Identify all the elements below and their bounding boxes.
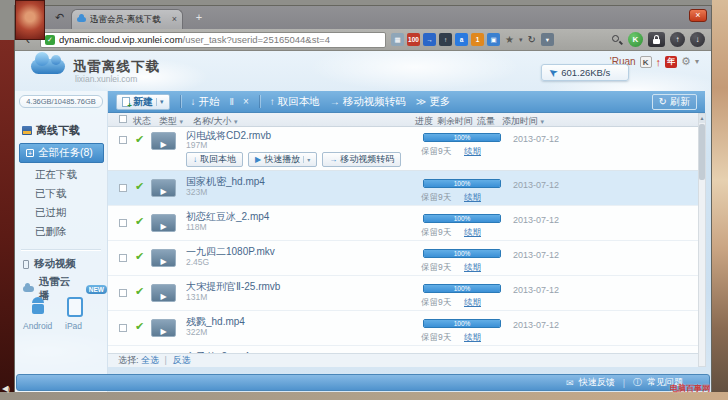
- reload-icon[interactable]: ↻: [527, 34, 535, 45]
- task-row[interactable]: ✔ ▶ 初恋红豆冰_2.mp4 118M 100% 保留9天 续期 2013-0…: [108, 206, 705, 241]
- video-thumbnail[interactable]: ▶: [151, 284, 176, 302]
- row-checkbox[interactable]: [119, 289, 127, 297]
- task-size: 323M: [186, 187, 207, 197]
- address-bar: ‹ ✓ dynamic.cloud.vip.xunlei.com/user_ta…: [15, 29, 711, 51]
- volume-icon[interactable]: ◀): [2, 384, 9, 393]
- progress-bar: 100%: [423, 284, 501, 293]
- search-icon[interactable]: [611, 34, 623, 46]
- select-all-link[interactable]: 全选: [141, 355, 159, 365]
- settings-gear-icon[interactable]: ⚙: [681, 55, 691, 68]
- video-thumbnail[interactable]: ▶: [151, 132, 176, 150]
- renew-link[interactable]: 续期: [464, 297, 481, 309]
- download-speed-badge: ➤ 601.26KB/s: [541, 64, 629, 81]
- sidebar-item-label: 已下载: [35, 187, 67, 201]
- sort-caret-icon: ▾: [541, 118, 545, 125]
- star-caret-icon[interactable]: ▾: [519, 36, 523, 44]
- bookmark-star-icon[interactable]: ★: [505, 33, 514, 46]
- renew-link[interactable]: 续期: [464, 262, 481, 274]
- more-button[interactable]: ≫ 更多: [416, 95, 450, 109]
- vip-level-icon[interactable]: K: [640, 56, 652, 68]
- task-row[interactable]: ✔ ▶ 闪电战将CD2.rmvb 197M 100% 保留9天 续期 2013-…: [108, 127, 705, 171]
- speed-100-extension-icon[interactable]: 100: [407, 33, 420, 46]
- start-button[interactable]: ↓ 开始: [191, 95, 220, 109]
- complete-check-icon: ✔: [135, 215, 144, 228]
- scroll-down-button[interactable]: ↓: [690, 32, 705, 47]
- row-checkbox[interactable]: [119, 184, 127, 192]
- new-tab-button[interactable]: +: [191, 11, 207, 24]
- translate-extension-icon[interactable]: a: [455, 33, 468, 46]
- list-scrollbar[interactable]: ▲: [698, 113, 706, 367]
- progress-percent: 100%: [424, 215, 500, 222]
- task-row[interactable]: ✔ ▶ 一九四二1080P.mkv 2.45G 100% 保留9天 续期 201…: [108, 241, 705, 276]
- renew-link[interactable]: 续期: [464, 227, 481, 239]
- task-row[interactable]: ✔ ▶ 残戮_hd.mp4 322M 100% 保留9天 续期 2013-07-…: [108, 311, 705, 346]
- renew-link[interactable]: 续期: [464, 192, 481, 204]
- upload-extension-icon[interactable]: ↑: [439, 33, 452, 46]
- video-thumbnail[interactable]: ▶: [151, 214, 176, 232]
- retention-label: 保留9天: [421, 297, 451, 309]
- progress-percent: 100%: [424, 180, 500, 187]
- url-text: dynamic.cloud.vip.xunlei.com/user_task?u…: [59, 34, 330, 45]
- video-thumbnail[interactable]: ▶: [151, 249, 176, 267]
- sidebar-item[interactable]: 已过期: [19, 204, 104, 222]
- select-all-checkbox[interactable]: [119, 115, 127, 123]
- k-extension-button[interactable]: K: [628, 32, 643, 47]
- alarm-extension-icon[interactable]: 1: [471, 33, 484, 46]
- sidebar-item-mobile-video[interactable]: 移动视频: [23, 257, 76, 271]
- annual-fee-icon[interactable]: 年: [665, 56, 677, 68]
- retrieve-local-button[interactable]: ↑ 取回本地: [270, 95, 320, 109]
- retrieve-local-row-button[interactable]: ↓ 取回本地: [186, 152, 243, 167]
- progress-percent: 100%: [424, 320, 500, 327]
- renew-link[interactable]: 续期: [464, 146, 481, 158]
- feedback-link[interactable]: 快速反馈: [579, 376, 615, 389]
- browser-tab[interactable]: 迅雷会员-离线下载 ×: [71, 9, 183, 29]
- url-field[interactable]: ✓ dynamic.cloud.vip.xunlei.com/user_task…: [40, 32, 386, 48]
- scroll-up-button[interactable]: ↑: [670, 32, 685, 47]
- renew-link[interactable]: 续期: [464, 332, 481, 344]
- screenshot-extension-icon[interactable]: ▦: [391, 33, 404, 46]
- row-checkbox[interactable]: [119, 254, 127, 262]
- invert-selection-link[interactable]: 反选: [172, 355, 190, 365]
- row-checkbox[interactable]: [119, 136, 127, 144]
- sidebar-item-label: 已删除: [35, 225, 67, 239]
- play-caret-icon[interactable]: ▾: [303, 156, 310, 163]
- quick-play-button[interactable]: ▶ 快速播放 ▾: [248, 152, 317, 167]
- lock-icon[interactable]: [648, 32, 665, 47]
- new-task-button[interactable]: 新建 ▾: [116, 94, 170, 110]
- scrollbar-thumb[interactable]: [699, 124, 705, 180]
- sidebar-item[interactable]: 全部任务(8): [19, 143, 104, 163]
- task-row[interactable]: ✔ ▶ 大宋提刑官Ⅱ-25.rmvb 131M 100% 保留9天 续期 201…: [108, 276, 705, 311]
- scrollbar-up-arrow[interactable]: ▲: [699, 114, 705, 123]
- video-thumbnail[interactable]: ▶: [151, 319, 176, 337]
- task-row[interactable]: ✔ ▶ 国家机密_hd.mp4 323M 100% 保留9天 续期 2013-0…: [108, 171, 705, 206]
- windows-extension-icon[interactable]: ▣: [487, 33, 500, 46]
- row-checkbox[interactable]: [119, 324, 127, 332]
- new-task-caret-icon[interactable]: ▾: [156, 98, 164, 106]
- delete-button[interactable]: ×: [243, 96, 249, 107]
- sidebar-item[interactable]: 正在下载: [19, 166, 104, 184]
- page-status-bar: ✉ 快速反馈 | ⓘ 常见问题: [16, 374, 710, 391]
- window-close-button[interactable]: ×: [689, 9, 707, 22]
- retention-label: 保留9天: [421, 146, 451, 158]
- android-app-button[interactable]: [29, 297, 47, 317]
- sidebar-divider: [21, 249, 101, 250]
- sidebar-item[interactable]: 已下载: [19, 185, 104, 203]
- play-icon: ▶: [160, 257, 166, 266]
- user-menu-caret-icon[interactable]: ▾: [695, 57, 699, 66]
- video-thumbnail[interactable]: ▶: [151, 179, 176, 197]
- transcode-row-button[interactable]: → 移动视频转码: [322, 152, 401, 167]
- row-checkbox[interactable]: [119, 219, 127, 227]
- speedup-arrow-icon[interactable]: ↑: [656, 56, 662, 68]
- refresh-button[interactable]: ↻ 刷新: [652, 94, 697, 110]
- start-arrow-icon: ↓: [191, 96, 196, 107]
- pause-button[interactable]: Ⅱ: [230, 97, 233, 107]
- added-date: 2013-07-12: [513, 215, 559, 225]
- tab-close-icon[interactable]: ×: [172, 15, 177, 24]
- sidebar-item[interactable]: 已删除: [19, 223, 104, 241]
- back-curve-icon[interactable]: ↶: [55, 11, 64, 24]
- share-extension-icon[interactable]: →: [423, 33, 436, 46]
- mobile-transcode-button[interactable]: → 移动视频转码: [330, 95, 406, 109]
- play-icon: ▶: [160, 187, 166, 196]
- ipad-app-button[interactable]: [67, 297, 83, 317]
- photos-extension-icon[interactable]: ▾: [541, 33, 554, 46]
